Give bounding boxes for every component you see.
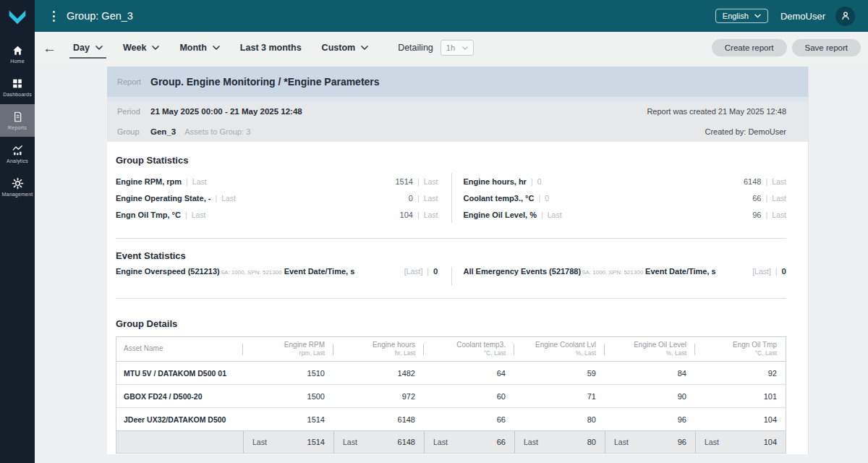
stat-aggregation: Last <box>424 211 438 219</box>
separator: | <box>765 211 767 219</box>
stat-sublabel: Last <box>221 194 236 203</box>
separator: | <box>427 267 429 276</box>
event-value: 0 <box>782 267 786 276</box>
stat-aggregation: Last <box>772 177 786 186</box>
sidebar-item-reports[interactable]: Reports <box>0 104 35 137</box>
tab-label: Month <box>179 43 206 53</box>
report-title: Group. Engine Monitoring / *Engine Param… <box>150 76 380 88</box>
column-header: Engine RPMrpm, Last <box>243 337 333 361</box>
footer-cell: Last 6148 <box>333 431 424 453</box>
column-header: Engn Oil Tmp°C, Last <box>695 337 786 361</box>
sidebar-item-label: Home <box>10 59 24 64</box>
column-unit: °C, Last <box>755 349 777 357</box>
footer-aggregation: Last <box>614 438 629 446</box>
table-row: MTU 5V / DATAKOM D500 01 151014826459849… <box>116 362 786 385</box>
column-header: Engine Coolant Lvl%, Last <box>514 337 605 361</box>
value-cell: 64 <box>424 362 514 384</box>
home-icon <box>12 44 24 56</box>
footer-aggregation: Last <box>343 438 357 446</box>
separator: | <box>215 194 217 203</box>
separator: | <box>775 267 778 276</box>
table-row: JDeer UX32/DATAKOM D500 1514614866809610… <box>116 408 786 431</box>
logo-chevron-icon <box>5 5 30 27</box>
stat-row: Engine hours, hr|0 6148|Last <box>464 173 787 190</box>
value-cell: 66 <box>424 408 514 430</box>
tab-week[interactable]: Week <box>113 37 169 59</box>
create-report-button[interactable]: Create report <box>712 39 787 56</box>
footer-cell: Last 80 <box>514 431 605 453</box>
section-divider <box>116 298 786 299</box>
tab-label: Day <box>73 43 90 53</box>
sidebar-item-home[interactable]: Home <box>0 38 35 70</box>
tab-month[interactable]: Month <box>169 37 229 59</box>
topbar: Group: Gen_3 English DemoUser <box>35 0 868 32</box>
separator: | <box>417 177 420 186</box>
tab-label: Week <box>123 43 146 53</box>
footer-cell: Last 66 <box>424 431 514 453</box>
save-report-button[interactable]: Save report <box>792 39 861 56</box>
tab-last-3-months[interactable]: Last 3 months <box>230 37 312 59</box>
stat-label: Engn Oil Tmp, °C <box>116 211 181 219</box>
stat-value: 104 <box>400 211 413 219</box>
column-name: Engine Oil Level <box>634 341 686 350</box>
group-label: Group <box>107 127 150 136</box>
column-name: Engn Oil Tmp <box>733 341 777 350</box>
chevron-down-icon <box>754 14 761 18</box>
tab-custom[interactable]: Custom <box>312 37 379 59</box>
column-header: Coolant temp3.°C, Last <box>424 337 514 361</box>
table-row: GBOX FD24 / D500-20 1500972607190101 <box>116 385 786 408</box>
sidebar-item-label: Reports <box>8 125 27 130</box>
group-statistics-title: Group Statistics <box>116 155 808 166</box>
report-label: Report <box>107 77 150 86</box>
detailing-select[interactable]: 1h <box>441 40 474 56</box>
stat-sublabel: 0 <box>545 194 549 203</box>
asset-name-cell: MTU 5V / DATAKOM D500 01 <box>116 362 243 384</box>
value-cell: 80 <box>514 408 605 430</box>
stat-sublabel: Last <box>192 211 206 219</box>
sidebar-item-management[interactable]: Management <box>0 171 35 203</box>
column-unit: °C, Last <box>484 349 506 357</box>
sidebar-item-analytics[interactable]: Analytics <box>0 137 35 170</box>
separator: | <box>531 177 533 186</box>
kebab-menu-icon[interactable] <box>53 11 55 22</box>
event-parameter: Event Date/Time, s <box>284 267 355 276</box>
sidebar-item-dashboards[interactable]: Dashboards <box>0 71 35 103</box>
stat-aggregation: Last <box>424 194 438 203</box>
tab-label: Custom <box>322 43 356 53</box>
stat-row: Engn Oil Tmp, °C|Last 104|Last <box>116 206 438 223</box>
footer-aggregation: Last <box>252 438 267 446</box>
event-name: Engine Overspeed (521213) <box>116 267 220 276</box>
group-details-table: Asset Name Engine RPMrpm, Last Engine ho… <box>116 336 786 454</box>
stat-sublabel: Last <box>548 211 562 219</box>
column-name: Coolant temp3. <box>456 341 506 350</box>
app-logo[interactable] <box>0 0 35 32</box>
period-row: Period 21 May 2025 00:00 - 21 May 2025 1… <box>107 101 808 122</box>
stat-value: 96 <box>752 211 761 219</box>
dashboards-icon <box>12 77 23 90</box>
language-selector[interactable]: English <box>715 9 768 23</box>
value-cell: 60 <box>424 385 514 407</box>
chevron-down-icon <box>152 46 159 50</box>
event-row: Engine Overspeed (521213)SA: 1000, SPN: … <box>116 267 438 286</box>
report-toolbar: ← Day Week Month Last 3 months Custom De… <box>35 32 868 64</box>
column-unit: hr, Last <box>395 349 415 357</box>
avatar[interactable] <box>835 7 855 26</box>
tab-label: Last 3 months <box>240 43 302 53</box>
tab-day[interactable]: Day <box>63 37 113 59</box>
column-name: Engine Coolant Lvl <box>535 341 596 350</box>
asset-name-cell: GBOX FD24 / D500-20 <box>116 385 243 407</box>
group-row: Group Gen_3 Assets to Group: 3 Created b… <box>107 122 808 142</box>
stat-row: Engine Operating State, -|Last 0|Last <box>116 190 438 206</box>
separator: | <box>541 211 543 219</box>
stat-row: Engine RPM, rpm|Last 1514|Last <box>116 173 438 190</box>
footer-value: 6148 <box>398 438 415 446</box>
page-title: Group: Gen_3 <box>67 10 133 22</box>
value-cell: 71 <box>514 385 605 407</box>
separator: | <box>765 177 767 186</box>
back-button[interactable]: ← <box>43 41 56 55</box>
footer-asset-cell <box>116 431 243 453</box>
value-cell: 1514 <box>243 408 333 430</box>
event-aggregation: [Last] <box>752 267 771 276</box>
stat-row: Coolant temp3., °C|0 66|Last <box>464 190 787 206</box>
value-cell: 1500 <box>243 385 333 407</box>
